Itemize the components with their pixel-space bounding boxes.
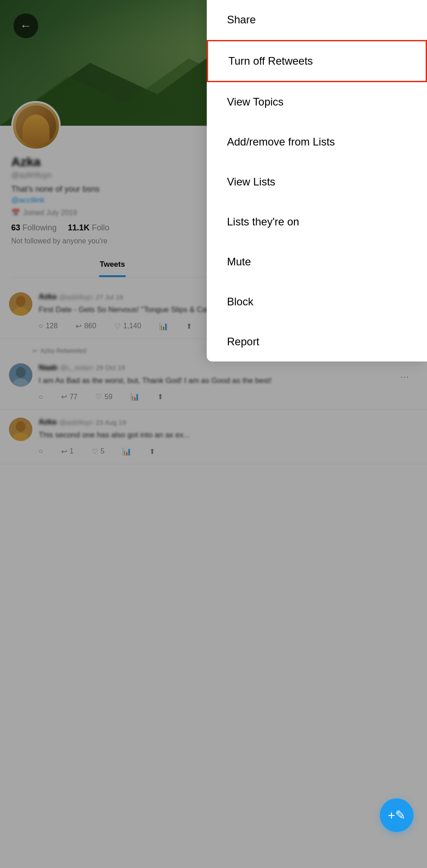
menu-item-turn-off-retweets[interactable]: Turn off Retweets: [207, 40, 427, 82]
menu-item-report[interactable]: Report: [207, 322, 427, 361]
compose-fab[interactable]: +✎: [380, 798, 414, 832]
menu-item-view-lists[interactable]: View Lists: [207, 162, 427, 202]
menu-item-share[interactable]: Share: [207, 0, 427, 40]
compose-icon: +✎: [388, 808, 405, 823]
menu-item-view-topics[interactable]: View Topics: [207, 82, 427, 122]
menu-item-add-remove-lists[interactable]: Add/remove from Lists: [207, 122, 427, 162]
menu-item-block[interactable]: Block: [207, 282, 427, 322]
dropdown-menu: Share Turn off Retweets View Topics Add/…: [207, 0, 427, 361]
menu-item-mute[interactable]: Mute: [207, 242, 427, 282]
menu-item-lists-theyre-on[interactable]: Lists they're on: [207, 202, 427, 242]
